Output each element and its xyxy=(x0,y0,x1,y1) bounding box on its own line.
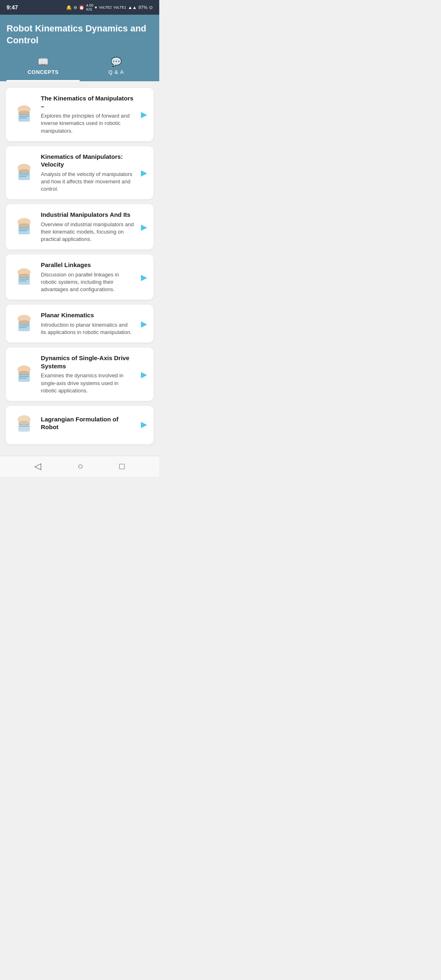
card-arrow-5: ▶ xyxy=(141,319,147,329)
card-text-2: Kinematics of Manipulators: Velocity Ana… xyxy=(41,153,134,193)
card-desc-3: Overview of industrial manipulators and … xyxy=(41,221,134,243)
card-icon-7 xyxy=(12,412,36,436)
card-icon-1 xyxy=(12,102,36,126)
wifi-icon: ▾ xyxy=(95,5,97,10)
card-arrow-3: ▶ xyxy=(141,222,147,232)
svg-rect-21 xyxy=(19,279,29,280)
svg-point-5 xyxy=(18,111,30,115)
tab-qna[interactable]: 💬 Q & A xyxy=(80,53,153,81)
card-title-2: Kinematics of Manipulators: Velocity xyxy=(41,153,134,169)
card-arrow-2: ▶ xyxy=(141,168,147,178)
alarm-icon: ⏰ xyxy=(79,5,85,10)
card-desc-4: Discussion on parallel linkages in robot… xyxy=(41,271,134,294)
do-not-disturb-icon: ⊖ xyxy=(74,5,77,10)
data-speed-icon: 4.00K/S xyxy=(86,3,94,11)
concepts-tab-label: CONCEPTS xyxy=(27,69,58,75)
signal-icon: ▲▲ xyxy=(128,5,137,10)
svg-rect-10 xyxy=(19,176,27,177)
battery-level: 97% xyxy=(138,5,147,10)
page-title: Robot Kinematics Dynamics and Control xyxy=(7,23,153,53)
concept-card-5[interactable]: Planar Kinematics Introduction to planar… xyxy=(6,305,154,343)
concept-card-4[interactable]: Parallel Linkages Discussion on parallel… xyxy=(6,254,154,300)
svg-rect-22 xyxy=(19,281,27,281)
card-title-1: The Kinematics of Manipulators – xyxy=(41,94,134,110)
recent-apps-button[interactable]: □ xyxy=(113,458,131,475)
svg-rect-9 xyxy=(19,174,29,175)
svg-rect-4 xyxy=(19,118,27,118)
bottom-navigation: ◁ ○ □ xyxy=(0,456,159,477)
card-text-3: Industrial Manipulators And Its Overview… xyxy=(41,211,134,243)
volte2-icon: VoLTE2 xyxy=(99,5,111,9)
svg-point-11 xyxy=(18,169,30,173)
battery-icon: ⊙ xyxy=(149,5,153,10)
concept-card-7[interactable]: Lagrangian Formulation of Robot ▶ xyxy=(6,406,154,444)
card-text-5: Planar Kinematics Introduction to planar… xyxy=(41,311,134,336)
status-icons: 🔔 ⊖ ⏰ 4.00K/S ▾ VoLTE2 VoLTE1 ▲▲ 97% ⊙ xyxy=(66,3,153,11)
content-area: The Kinematics of Manipulators – Explore… xyxy=(0,81,159,456)
card-arrow-1: ▶ xyxy=(141,109,147,119)
concept-card-6[interactable]: Dynamics of Single-Axis Drive Systems Ex… xyxy=(6,347,154,401)
concept-card-2[interactable]: Kinematics of Manipulators: Velocity Ana… xyxy=(6,146,154,200)
svg-point-23 xyxy=(18,274,30,278)
svg-rect-34 xyxy=(19,378,27,379)
card-text-1: The Kinematics of Manipulators – Explore… xyxy=(41,94,134,135)
svg-rect-16 xyxy=(19,230,27,231)
svg-point-17 xyxy=(18,223,30,227)
concepts-tab-icon: 📖 xyxy=(38,57,49,67)
card-icon-6 xyxy=(12,363,36,386)
tabs-container: 📖 CONCEPTS 💬 Q & A xyxy=(7,53,153,81)
card-title-3: Industrial Manipulators And Its xyxy=(41,211,134,219)
qna-tab-icon: 💬 xyxy=(111,57,122,67)
home-button[interactable]: ○ xyxy=(71,458,89,475)
card-title-4: Parallel Linkages xyxy=(41,261,134,269)
header: Robot Kinematics Dynamics and Control 📖 … xyxy=(0,15,159,81)
status-bar: 9:47 🔔 ⊖ ⏰ 4.00K/S ▾ VoLTE2 VoLTE1 ▲▲ 97… xyxy=(0,0,159,15)
svg-point-29 xyxy=(18,320,30,324)
card-icon-3 xyxy=(12,215,36,239)
qna-tab-label: Q & A xyxy=(108,69,124,75)
card-title-7: Lagrangian Formulation of Robot xyxy=(41,415,134,431)
card-title-6: Dynamics of Single-Axis Drive Systems xyxy=(41,354,134,370)
card-arrow-6: ▶ xyxy=(141,370,147,379)
svg-point-40 xyxy=(18,421,30,425)
card-icon-4 xyxy=(12,265,36,289)
svg-rect-3 xyxy=(19,116,29,117)
card-arrow-7: ▶ xyxy=(141,419,147,429)
card-text-7: Lagrangian Formulation of Robot xyxy=(41,415,134,433)
svg-rect-33 xyxy=(19,376,29,377)
card-desc-6: Examines the dynamics involved in single… xyxy=(41,372,134,394)
card-desc-1: Explores the principles of forward and i… xyxy=(41,112,134,135)
status-time: 9:47 xyxy=(7,4,18,11)
svg-point-35 xyxy=(18,371,30,375)
back-button[interactable]: ◁ xyxy=(28,458,48,475)
card-desc-5: Introduction to planar kinematics and it… xyxy=(41,321,134,336)
svg-rect-27 xyxy=(19,325,29,326)
svg-rect-39 xyxy=(19,426,29,427)
card-title-5: Planar Kinematics xyxy=(41,311,134,319)
concept-card-1[interactable]: The Kinematics of Manipulators – Explore… xyxy=(6,88,154,141)
svg-rect-28 xyxy=(19,327,27,328)
card-text-4: Parallel Linkages Discussion on parallel… xyxy=(41,261,134,293)
card-text-6: Dynamics of Single-Axis Drive Systems Ex… xyxy=(41,354,134,394)
tab-concepts[interactable]: 📖 CONCEPTS xyxy=(7,53,80,81)
svg-rect-15 xyxy=(19,229,29,229)
notification-icon: 🔔 xyxy=(66,5,72,10)
card-arrow-4: ▶ xyxy=(141,272,147,282)
volte1-icon: VoLTE1 xyxy=(114,5,126,9)
card-desc-2: Analysis of the velocity of manipulators… xyxy=(41,171,134,193)
concept-card-3[interactable]: Industrial Manipulators And Its Overview… xyxy=(6,204,154,249)
card-icon-5 xyxy=(12,312,36,336)
card-icon-2 xyxy=(12,161,36,185)
